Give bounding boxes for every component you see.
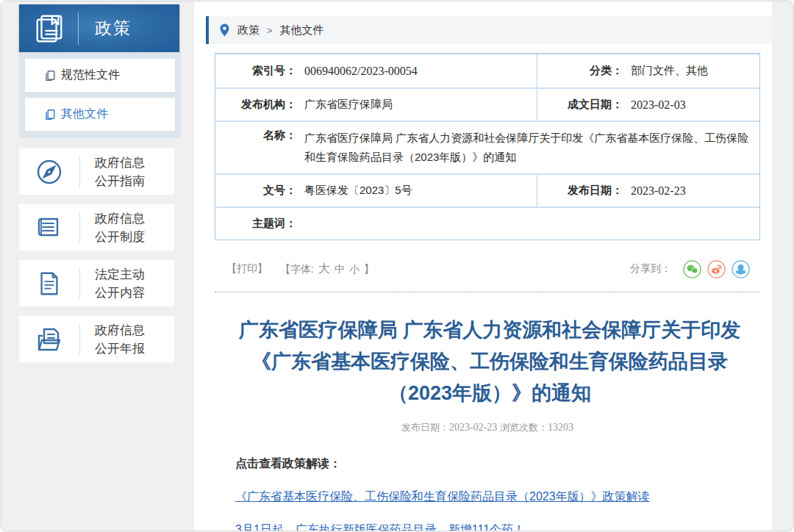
print-button[interactable]: 【打印】 xyxy=(226,262,268,276)
share-label: 分享到： xyxy=(630,262,671,276)
font-size-large-button[interactable]: 大 xyxy=(318,262,330,275)
meta-index-number: 索引号： 006940062/2023-00054 xyxy=(215,54,537,87)
table-row: 文号： 粤医保发〔2023〕5号 发布日期： 2023-02-23 xyxy=(215,173,759,206)
right-gutter xyxy=(772,1,793,531)
sidebar-item-label: 其他文件 xyxy=(61,107,108,122)
breadcrumb: 政策 > 其他文件 xyxy=(206,16,772,44)
sidebar-cards: 政府信息 公开指南 政府信息 公开制度 xyxy=(19,148,174,362)
sidebar-item-label: 政府信息 公开制度 xyxy=(95,209,145,246)
file-icon xyxy=(44,109,56,121)
sidebar-header-title: 政策 xyxy=(95,17,132,40)
table-row: 索引号： 006940062/2023-00054 分类： 部门文件、其他 xyxy=(215,54,759,87)
sidebar-item-label: 政府信息 公开年报 xyxy=(95,321,145,358)
card-divider xyxy=(79,212,80,243)
breadcrumb-item-other-docs[interactable]: 其他文件 xyxy=(280,24,324,37)
publish-date-value: 2023-02-23 xyxy=(449,422,497,433)
page: 政策 规范性文件 其他文件 xyxy=(1,1,793,531)
sidebar-item-gov-info-system[interactable]: 政府信息 公开制度 xyxy=(19,204,174,251)
policy-interpretation-link[interactable]: 《广东省基本医疗保险、工伤保险和生育保险药品目录（2023年版）》政策解读 xyxy=(235,489,772,505)
table-row: 名称： 广东省医疗保障局 广东省人力资源和社会保障厅关于印发《广东省基本医疗保险… xyxy=(215,121,759,173)
breadcrumb-item-policy[interactable]: 政策 xyxy=(237,24,260,37)
views-label: 浏览次数： xyxy=(500,422,548,433)
font-size-controls: 【字体:大中小】 xyxy=(278,262,376,277)
article-title: 广东省医疗保障局 广东省人力资源和社会保障厅关于印发《广东省基本医疗保险、工伤保… xyxy=(232,314,747,409)
sidebar-item-label: 政府信息 公开指南 xyxy=(95,154,145,190)
sidebar-item-normative-docs[interactable]: 规范性文件 xyxy=(25,59,175,92)
font-suffix-label: 】 xyxy=(364,263,374,275)
folder-report-icon xyxy=(19,325,79,354)
section-divider xyxy=(215,292,760,292)
article-toolbar: 【打印】 【字体:大中小】 分享到： xyxy=(215,259,760,278)
meta-keywords: 主题词： xyxy=(215,208,759,240)
news-link[interactable]: 3月1日起，广东执行新版医保药品目录，新增111个药！ xyxy=(235,522,772,531)
breadcrumb-separator: > xyxy=(267,25,273,36)
sidebar-item-gov-info-annual-report[interactable]: 政府信息 公开年报 xyxy=(19,316,174,362)
font-size-medium-button[interactable]: 中 xyxy=(335,263,345,275)
meta-written-date: 成文日期： 2023-02-03 xyxy=(537,89,759,121)
wechat-share-icon[interactable] xyxy=(683,260,701,278)
sidebar-header-policy: 政策 xyxy=(19,4,179,52)
meta-issuing-agency: 发布机构： 广东省医疗保障局 xyxy=(215,89,537,121)
meta-doc-number: 文号： 粤医保发〔2023〕5号 xyxy=(215,175,537,206)
compass-icon xyxy=(19,157,79,187)
card-divider xyxy=(79,157,80,187)
document-icon xyxy=(19,270,79,298)
font-size-small-button[interactable]: 小 xyxy=(349,263,360,275)
table-row: 发布机构： 广东省医疗保障局 成文日期： 2023-02-03 xyxy=(215,87,759,121)
sidebar-nav-panel: 规范性文件 其他文件 xyxy=(19,52,181,138)
main-content: 政策 > 其他文件 索引号： 006940062/2023-00054 分类： … xyxy=(194,1,772,531)
table-row: 主题词： xyxy=(215,206,759,240)
policy-interpretation-intro: 点击查看政策解读： xyxy=(235,456,772,472)
header-divider xyxy=(78,12,79,45)
card-divider xyxy=(79,324,80,355)
card-divider xyxy=(79,268,80,299)
article-meta: 发布日期：2023-02-23 浏览次数：13203 xyxy=(215,421,760,434)
sidebar-item-label: 法定主动 公开内容 xyxy=(95,265,145,302)
publish-date-label: 发布日期： xyxy=(401,422,449,433)
sidebar-item-other-docs[interactable]: 其他文件 xyxy=(25,98,175,131)
font-prefix-label: 【字体: xyxy=(280,263,314,275)
sidebar-item-gov-info-guide[interactable]: 政府信息 公开指南 xyxy=(19,148,174,195)
policy-books-icon xyxy=(32,12,66,46)
file-icon xyxy=(44,70,56,82)
weibo-share-icon[interactable] xyxy=(707,260,726,278)
views-value: 13203 xyxy=(548,422,573,433)
sidebar: 政策 规范性文件 其他文件 xyxy=(1,1,194,531)
sidebar-item-statutory-disclosure[interactable]: 法定主动 公开内容 xyxy=(19,260,174,306)
article-body: 点击查看政策解读： 《广东省基本医疗保险、工伤保险和生育保险药品目录（2023年… xyxy=(235,456,772,531)
qq-share-icon[interactable] xyxy=(732,260,750,278)
notebook-icon xyxy=(19,213,79,242)
meta-category: 分类： 部门文件、其他 xyxy=(537,54,759,87)
location-pin-icon xyxy=(219,24,230,37)
meta-publish-date: 发布日期： 2023-02-23 xyxy=(537,175,759,206)
meta-document-name: 名称： 广东省医疗保障局 广东省人力资源和社会保障厅关于印发《广东省基本医疗保险… xyxy=(215,122,759,173)
document-meta-table: 索引号： 006940062/2023-00054 分类： 部门文件、其他 发布… xyxy=(215,53,760,240)
sidebar-item-label: 规范性文件 xyxy=(61,68,120,83)
